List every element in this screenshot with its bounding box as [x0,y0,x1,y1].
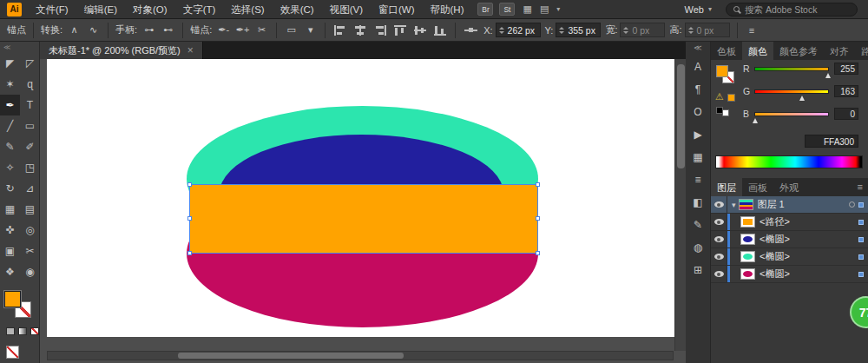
tab-align[interactable]: 对齐 [824,42,855,60]
horizontal-scrollbar-thumb[interactable] [178,353,404,359]
convert-smooth-icon[interactable]: ∿ [86,23,101,38]
eye-icon[interactable] [714,254,724,260]
direct-selection-tool[interactable]: ◸ [20,53,40,74]
panel-menu-icon[interactable]: ≡ [852,178,868,196]
artboard-tool[interactable]: ▣ [0,241,20,261]
r-slider-thumb[interactable] [825,73,831,78]
paragraph-panel-icon[interactable]: ¶ [688,79,707,100]
convert-corner-icon[interactable]: ∧ [67,23,82,38]
links-panel-icon[interactable]: ◍ [688,237,707,258]
menu-effect[interactable]: 效果(C) [273,0,322,19]
opentype-panel-icon[interactable]: O [688,102,707,122]
brushes-panel-icon[interactable]: ✎ [688,214,707,235]
symbols-panel-icon[interactable]: ▶ [688,124,707,145]
hex-input[interactable]: FFA300 [805,135,858,148]
selection-indicator[interactable] [858,202,864,208]
selection-indicator[interactable] [858,254,864,260]
g-slider[interactable] [754,89,829,94]
align-top-icon[interactable] [394,25,406,36]
tab-pathfinder[interactable]: 路径查找器 [855,42,868,60]
anchor-handle[interactable] [536,216,540,221]
panel-menu-icon[interactable]: ≡ [745,23,760,38]
layer-name[interactable]: 图层 1 [758,198,785,211]
isolate-selection-icon[interactable]: ▭ [284,23,299,38]
eyedropper-tool[interactable]: ✜ [0,220,20,241]
object-name[interactable]: <椭圆> [760,250,790,263]
align-right-icon[interactable] [374,25,386,36]
expand-panels-icon[interactable]: ≪ [694,43,701,55]
magic-wand-tool[interactable]: ✶ [0,74,20,95]
document-layout-icon[interactable]: ▤ [540,3,549,15]
r-slider[interactable] [754,67,829,71]
g-slider-thumb[interactable] [799,96,805,101]
selected-orange-rectangle[interactable] [189,184,538,254]
rotate-tool[interactable]: ↻ [0,178,20,199]
appearance-panel-icon[interactable]: ≡ [688,169,707,190]
layer-row[interactable]: <椭圆> [711,248,868,266]
menu-select[interactable]: 选择(S) [223,0,272,19]
stepper-icon[interactable] [559,27,564,34]
chevron-down-icon[interactable]: ▾ [556,5,560,13]
menu-window[interactable]: 窗口(W) [371,0,423,19]
menu-view[interactable]: 视图(V) [322,0,371,19]
fill-swatch[interactable] [716,65,728,77]
mesh-tool[interactable]: ▦ [0,199,20,220]
fill-swatch[interactable] [4,291,21,307]
align-middle-icon[interactable] [414,25,426,36]
object-name[interactable]: <路径> [760,215,790,228]
rectangle-tool[interactable]: ▭ [20,116,40,136]
stepper-icon[interactable] [499,27,504,34]
vertical-scrollbar[interactable] [674,59,686,351]
none-swatch[interactable] [6,346,19,359]
layer-row[interactable]: <椭圆> [711,266,868,283]
gamut-swatch[interactable] [727,94,735,102]
selection-tool[interactable]: ◤ [0,53,20,74]
eye-icon[interactable] [714,236,724,242]
align-bottom-icon[interactable] [434,25,446,36]
anchor-handle[interactable] [187,251,192,255]
visibility-cell[interactable] [711,231,727,248]
pathfinder-panel-icon[interactable]: ⊞ [688,260,707,280]
menu-help[interactable]: 帮助(H) [423,0,472,19]
b-value-input[interactable]: 0 [834,108,858,120]
zoom-tool[interactable]: ◉ [20,261,40,282]
slice-tool[interactable]: ✂ [20,241,40,261]
gradient-panel-icon[interactable]: ◧ [688,192,707,213]
visibility-cell[interactable] [711,266,727,282]
visibility-cell[interactable] [711,196,727,213]
eye-icon[interactable] [714,271,724,277]
width-input[interactable]: 0 px [620,23,665,37]
color-spectrum[interactable] [715,155,863,168]
stock-search-box[interactable] [726,3,858,16]
align-center-icon[interactable] [354,25,366,36]
layer-row[interactable]: <椭圆> [711,231,868,248]
reference-point-icon[interactable] [464,27,477,34]
type-tool[interactable]: T [20,95,40,116]
pencil-tool[interactable]: ✐ [20,136,40,157]
scale-tool[interactable]: ⊿ [20,178,40,199]
vertical-scrollbar-thumb[interactable] [677,64,685,168]
chevron-down-icon[interactable]: ▾ [732,201,736,209]
search-input[interactable] [745,4,850,15]
x-input[interactable]: 262 px [496,23,541,37]
menu-file[interactable]: 文件(F) [28,0,76,19]
stock-button[interactable]: St [499,3,515,16]
cut-path-icon[interactable]: ✂ [254,23,269,38]
chevron-down-icon[interactable]: ▾ [303,23,318,38]
object-name[interactable]: <椭圆> [760,233,790,246]
selection-indicator[interactable] [858,220,864,225]
hide-handles-icon[interactable]: ⊷ [161,23,175,38]
paintbrush-tool[interactable]: ✎ [0,136,20,157]
character-panel-icon[interactable]: A [688,56,707,77]
menu-edit[interactable]: 编辑(E) [76,0,125,19]
align-left-icon[interactable] [334,25,346,36]
g-value-input[interactable]: 163 [834,85,858,97]
target-icon[interactable] [849,201,855,208]
blend-tool[interactable]: ◎ [20,220,40,241]
tab-color[interactable]: 颜色 [742,42,773,60]
visibility-cell[interactable] [711,248,727,265]
show-handles-icon[interactable]: ⊶ [141,23,156,38]
gradient-tool[interactable]: ▤ [20,199,40,220]
add-anchor-icon[interactable]: ✒+ [235,23,250,38]
hand-tool[interactable]: ❖ [0,261,20,282]
